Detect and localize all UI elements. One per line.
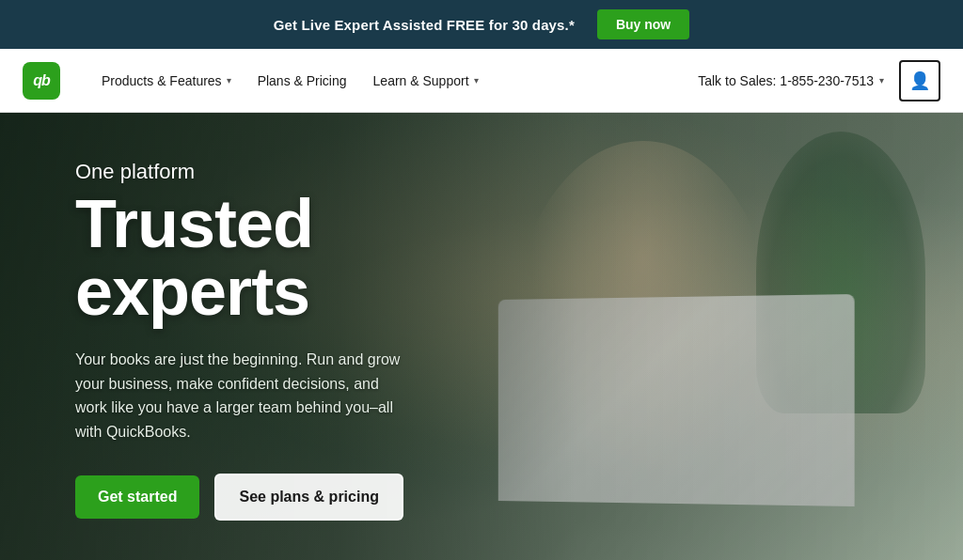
banner-message: Get Live Expert Assisted FREE for 30 day… — [274, 17, 575, 33]
top-banner: Get Live Expert Assisted FREE for 30 day… — [0, 0, 963, 49]
navbar: qb Products & Features ▾ Plans & Pricing… — [0, 49, 963, 113]
chevron-down-icon: ▾ — [227, 75, 231, 86]
see-plans-button[interactable]: See plans & pricing — [214, 474, 403, 521]
chevron-down-icon: ▾ — [879, 75, 884, 86]
chevron-down-icon: ▾ — [474, 75, 479, 86]
hero-description: Your books are just the beginning. Run a… — [75, 348, 414, 443]
talk-to-sales[interactable]: Talk to Sales: 1-855-230-7513 ▾ — [698, 73, 884, 88]
hero-content: One platform Trusted experts Your books … — [75, 160, 545, 521]
nav-right: Talk to Sales: 1-855-230-7513 ▾ 👤 — [698, 60, 940, 101]
buy-now-button[interactable]: Buy now — [597, 9, 689, 39]
nav-item-plans[interactable]: Plans & Pricing — [246, 66, 358, 96]
person-icon: 👤 — [909, 70, 930, 91]
nav-item-learn[interactable]: Learn & Support ▾ — [362, 66, 490, 96]
hero-title: Trusted experts — [75, 190, 545, 325]
sign-in-button[interactable]: 👤 — [899, 60, 940, 101]
nav-learn-label: Learn & Support — [373, 73, 469, 88]
nav-item-products[interactable]: Products & Features ▾ — [90, 66, 243, 96]
logo[interactable]: qb — [23, 62, 60, 100]
hero-subtitle: One platform — [75, 160, 545, 184]
hero-section: One platform Trusted experts Your books … — [0, 113, 963, 560]
logo-icon: qb — [23, 62, 60, 100]
nav-plans-label: Plans & Pricing — [258, 73, 347, 88]
get-started-button[interactable]: Get started — [75, 475, 199, 519]
talk-sales-label: Talk to Sales: 1-855-230-7513 — [698, 73, 874, 88]
nav-links: Products & Features ▾ Plans & Pricing Le… — [90, 66, 698, 96]
nav-products-label: Products & Features — [102, 73, 222, 88]
hero-buttons: Get started See plans & pricing — [75, 474, 545, 521]
